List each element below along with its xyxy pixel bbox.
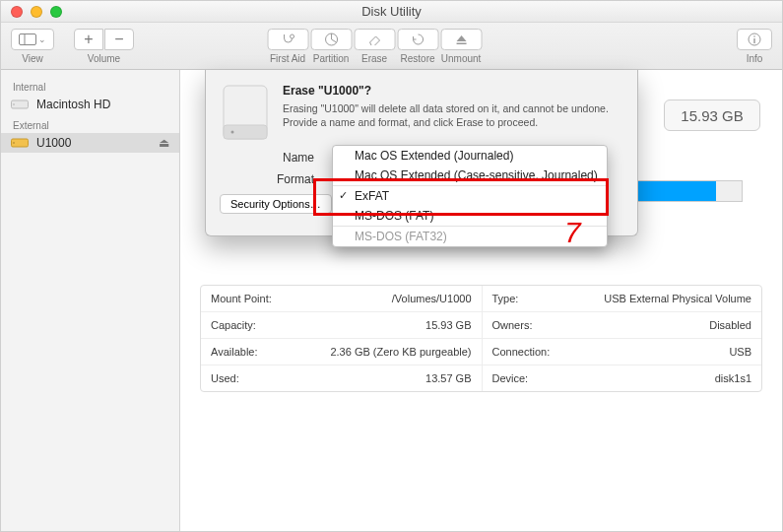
annotation-label: 7 <box>564 216 581 249</box>
restore-button[interactable] <box>397 29 438 50</box>
svg-rect-15 <box>224 125 267 139</box>
erase-button[interactable] <box>354 29 395 50</box>
info-key: Connection: <box>492 346 551 358</box>
restore-icon <box>411 33 424 46</box>
eject-icon[interactable]: ⏏ <box>159 136 169 150</box>
sidebar-item-label: U1000 <box>36 136 71 150</box>
format-option[interactable]: Mac OS Extended (Journaled) <box>333 146 607 166</box>
internal-disk-icon <box>11 98 29 111</box>
info-key: Capacity: <box>211 319 256 331</box>
eject-icon <box>455 33 467 45</box>
partition-button[interactable] <box>310 29 352 50</box>
info-value: 13.57 GB <box>425 372 471 384</box>
sidebar-item-u1000[interactable]: U1000 ⏏ <box>1 133 179 153</box>
svg-rect-0 <box>20 33 36 44</box>
svg-point-16 <box>231 131 234 134</box>
info-icon <box>748 33 761 46</box>
info-value: disk1s1 <box>715 372 751 384</box>
erase-title: Erase "U1000"? <box>283 84 621 98</box>
erase-description: Erasing "U1000" will delete all data sto… <box>283 101 621 129</box>
info-key: Device: <box>492 372 529 384</box>
svg-rect-7 <box>753 38 754 43</box>
svg-point-9 <box>13 103 15 105</box>
svg-point-6 <box>753 35 755 37</box>
svg-rect-4 <box>456 42 466 44</box>
volume-add-button[interactable]: + <box>74 29 103 50</box>
info-value: USB <box>729 346 751 358</box>
format-label: Format <box>220 172 322 186</box>
name-label: Name <box>220 151 322 165</box>
titlebar: Disk Utility <box>1 1 782 23</box>
pie-icon <box>324 33 338 46</box>
view-label: View <box>22 53 43 64</box>
sidebar-header-internal: Internal <box>1 76 179 95</box>
info-value: USB External Physical Volume <box>604 293 751 304</box>
svg-point-11 <box>13 142 15 144</box>
volume-remove-button[interactable]: − <box>104 29 134 50</box>
info-button[interactable] <box>737 29 772 50</box>
first-aid-button[interactable] <box>267 29 308 50</box>
annotation-box <box>313 178 609 216</box>
unmount-button[interactable] <box>440 29 482 50</box>
view-button[interactable]: ⌄ <box>11 29 54 50</box>
info-value: Disabled <box>709 319 751 331</box>
sidebar-icon <box>19 33 36 45</box>
info-key: Used: <box>211 372 239 384</box>
stethoscope-icon <box>280 33 295 46</box>
sidebar-item-label: Macintosh HD <box>36 98 110 111</box>
info-key: Type: <box>492 293 519 304</box>
info-value: 2.36 GB (Zero KB purgeable) <box>330 346 471 358</box>
info-value: /Volumes/U1000 <box>392 293 472 304</box>
toolbar: ⌄ View + − Volume First Aid Partition Er… <box>1 23 782 70</box>
info-key: Available: <box>211 346 258 358</box>
window-title: Disk Utility <box>1 4 782 19</box>
eraser-icon <box>366 33 382 45</box>
info-key: Owners: <box>492 319 533 331</box>
info-grid: Mount Point:/Volumes/U1000 Type:USB Exte… <box>200 285 762 392</box>
info-value: 15.93 GB <box>425 319 471 331</box>
capacity-pill: 15.93 GB <box>664 100 760 131</box>
drive-icon <box>220 84 271 141</box>
sidebar-item-macintosh-hd[interactable]: Macintosh HD <box>1 95 179 114</box>
sidebar-header-external: External <box>1 114 179 133</box>
volume-label: Volume <box>88 53 120 64</box>
sidebar: Internal Macintosh HD External U1000 ⏏ <box>1 70 180 532</box>
external-disk-icon <box>11 136 29 150</box>
svg-point-2 <box>290 34 294 38</box>
info-key: Mount Point: <box>211 293 272 304</box>
main-content: Name Format 15.93 GB Mount Point:/Volume… <box>180 70 782 532</box>
